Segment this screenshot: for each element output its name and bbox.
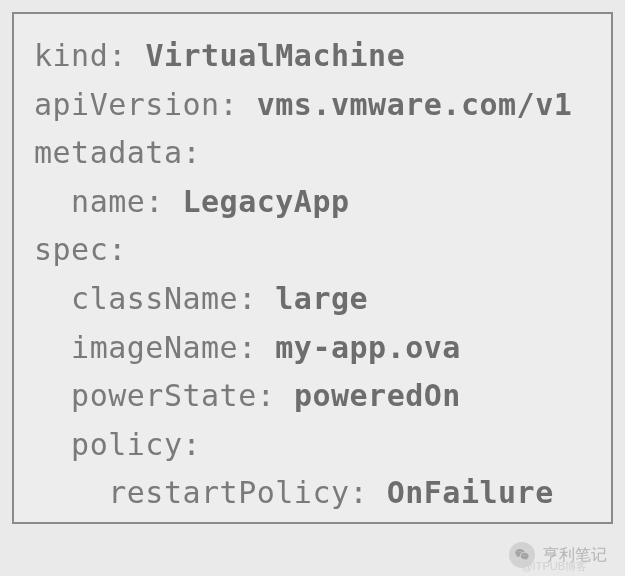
yaml-line-name: name: LegacyApp (34, 178, 591, 227)
watermark: 亨利笔记 @ITPUB博客 (509, 542, 607, 568)
yaml-line-imagename: imageName: my-app.ova (34, 324, 591, 373)
yaml-value: poweredOn (294, 378, 461, 413)
yaml-line-apiversion: apiVersion: vms.vmware.com/v1 (34, 81, 591, 130)
yaml-key: name: (34, 184, 183, 219)
yaml-value: vms.vmware.com/v1 (257, 87, 573, 122)
watermark-sub: @ITPUB博客 (521, 559, 587, 574)
yaml-key: metadata: (34, 135, 201, 170)
yaml-value: my-app.ova (275, 330, 461, 365)
yaml-line-kind: kind: VirtualMachine (34, 32, 591, 81)
yaml-key: spec: (34, 232, 127, 267)
yaml-key: powerState: (34, 378, 294, 413)
yaml-line-policy: policy: (34, 421, 591, 470)
yaml-value: OnFailure (387, 475, 554, 510)
yaml-key: restartPolicy: (34, 475, 387, 510)
yaml-value: large (275, 281, 368, 316)
yaml-line-metadata: metadata: (34, 129, 591, 178)
yaml-value: LegacyApp (183, 184, 350, 219)
yaml-key: kind: (34, 38, 145, 73)
yaml-key: apiVersion: (34, 87, 257, 122)
yaml-line-spec: spec: (34, 226, 591, 275)
yaml-line-classname: className: large (34, 275, 591, 324)
yaml-key: imageName: (34, 330, 275, 365)
yaml-line-powerstate: powerState: poweredOn (34, 372, 591, 421)
yaml-code-block: kind: VirtualMachine apiVersion: vms.vmw… (12, 12, 613, 524)
yaml-line-restartpolicy: restartPolicy: OnFailure (34, 469, 591, 518)
yaml-key: className: (34, 281, 275, 316)
yaml-key: policy: (34, 427, 201, 462)
yaml-value: VirtualMachine (145, 38, 405, 73)
